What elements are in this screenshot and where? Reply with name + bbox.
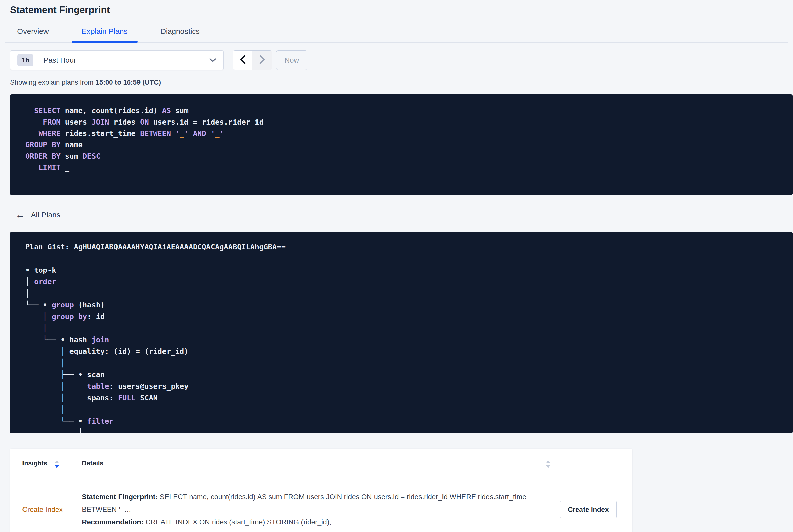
- insights-table: Insights Details Create Index Statement …: [10, 449, 632, 532]
- now-button[interactable]: Now: [276, 50, 307, 70]
- sql-statement-block: SELECT name, count(rides.id) AS sum FROM…: [10, 94, 793, 195]
- previous-time-button[interactable]: [233, 51, 252, 70]
- statement-fingerprint-page: Statement Fingerprint Overview Explain P…: [0, 0, 793, 532]
- sort-up-triangle: [55, 460, 59, 463]
- back-arrow-icon: ←: [16, 211, 25, 219]
- chevron-left-icon: [239, 55, 246, 66]
- insight-details-cell: Statement Fingerprint: SELECT name, coun…: [82, 491, 552, 529]
- sort-icon-insights[interactable]: [55, 460, 59, 468]
- sort-icon-details[interactable]: [546, 460, 550, 468]
- create-index-button[interactable]: Create Index: [560, 501, 617, 518]
- insight-type-link[interactable]: Create Index: [22, 506, 82, 514]
- sort-down-triangle: [55, 465, 59, 468]
- all-plans-back-link[interactable]: ← All Plans: [16, 211, 60, 219]
- insights-table-header: Insights Details: [22, 449, 620, 470]
- showing-range-bold: 15:00 to 16:59 (UTC): [96, 79, 161, 86]
- showing-range-text: Showing explain plans from 15:00 to 16:5…: [10, 79, 788, 87]
- tab-overview[interactable]: Overview: [7, 27, 59, 42]
- tab-explain-plans[interactable]: Explain Plans: [72, 27, 138, 42]
- tab-bar: Overview Explain Plans Diagnostics: [5, 27, 788, 43]
- plan-gist-block: Plan Gist: AgHUAQIABQAAAAHYAQIAiAEAAAADC…: [10, 232, 793, 434]
- page-title: Statement Fingerprint: [10, 4, 788, 15]
- next-time-button[interactable]: [252, 51, 272, 70]
- statement-fingerprint-label: Statement Fingerprint:: [82, 493, 158, 501]
- all-plans-label: All Plans: [31, 211, 60, 219]
- time-toolbar: 1h Past Hour Now: [10, 50, 788, 70]
- table-row: Create Index Statement Fingerprint: SELE…: [22, 476, 620, 532]
- chevron-down-icon: [209, 58, 216, 62]
- time-range-badge: 1h: [17, 54, 33, 66]
- time-range-select[interactable]: 1h Past Hour: [10, 50, 224, 70]
- sort-down-triangle: [546, 465, 550, 468]
- chevron-right-icon: [259, 55, 266, 66]
- time-range-label: Past Hour: [43, 56, 76, 64]
- statement-fingerprint-line: Statement Fingerprint: SELECT name, coun…: [82, 491, 552, 516]
- insights-column-header: Insights: [22, 459, 82, 470]
- recommendation-text: CREATE INDEX ON rides (start_time) STORI…: [144, 518, 331, 526]
- details-column-header: Details: [82, 459, 620, 470]
- tab-diagnostics[interactable]: Diagnostics: [150, 27, 210, 42]
- showing-range-prefix: Showing explain plans from: [10, 79, 96, 86]
- recommendation-line: Recommendation: CREATE INDEX ON rides (s…: [82, 516, 552, 529]
- insights-column-label[interactable]: Insights: [22, 459, 48, 470]
- recommendation-label: Recommendation:: [82, 518, 144, 526]
- time-nav-group: [233, 50, 272, 70]
- details-column-label[interactable]: Details: [82, 459, 103, 470]
- sort-up-triangle: [546, 460, 550, 463]
